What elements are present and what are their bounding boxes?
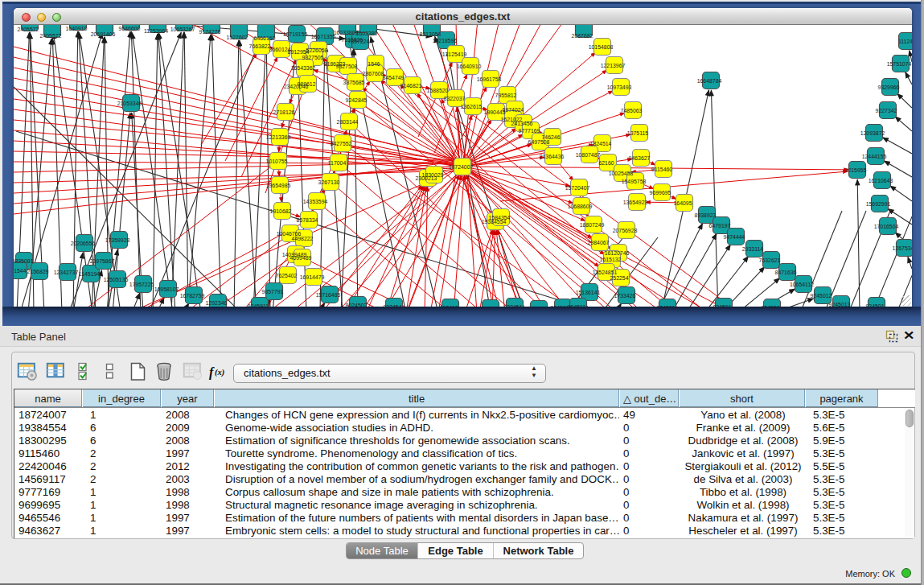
svg-text:9174276: 9174276 bbox=[199, 29, 221, 35]
svg-text:9245911: 9245911 bbox=[248, 303, 269, 307]
svg-text:815210: 815210 bbox=[528, 307, 547, 307]
svg-text:10719155: 10719155 bbox=[283, 31, 308, 37]
svg-text:1375115: 1375115 bbox=[627, 130, 648, 136]
svg-text:765411: 765411 bbox=[480, 306, 499, 307]
svg-text:16640910: 16640910 bbox=[457, 64, 482, 69]
svg-text:989612: 989612 bbox=[298, 81, 316, 87]
svg-text:7625402: 7625402 bbox=[276, 273, 298, 278]
svg-text:8578334: 8578334 bbox=[297, 217, 318, 223]
svg-text:1267534: 1267534 bbox=[893, 245, 912, 251]
svg-text:1640910: 1640910 bbox=[66, 26, 88, 31]
svg-text:9327505: 9327505 bbox=[302, 55, 324, 60]
svg-text:16210643: 16210643 bbox=[869, 178, 893, 183]
svg-text:2405572: 2405572 bbox=[18, 27, 39, 32]
svg-text:8427552: 8427552 bbox=[331, 141, 352, 146]
svg-text:932454: 932454 bbox=[384, 304, 402, 307]
svg-text:2087682: 2087682 bbox=[572, 33, 593, 39]
svg-text:1824514: 1824514 bbox=[590, 141, 612, 146]
svg-text:9857791: 9857791 bbox=[262, 289, 284, 295]
svg-text:1362615: 1362615 bbox=[461, 104, 483, 109]
svg-text:746246: 746246 bbox=[542, 134, 561, 140]
svg-text:11253964: 11253964 bbox=[144, 28, 168, 34]
svg-text:8471636: 8471636 bbox=[775, 270, 797, 275]
svg-text:12213369: 12213369 bbox=[266, 134, 291, 140]
svg-text:9242845: 9242845 bbox=[346, 97, 368, 103]
svg-text:1733426: 1733426 bbox=[614, 293, 636, 299]
svg-text:14353594: 14353594 bbox=[303, 199, 328, 204]
svg-text:19218596: 19218596 bbox=[433, 38, 458, 43]
svg-text:3267130: 3267130 bbox=[318, 179, 340, 185]
svg-text:2413456: 2413456 bbox=[511, 121, 533, 126]
svg-text:16120746: 16120746 bbox=[605, 250, 630, 256]
svg-text:10653267: 10653267 bbox=[170, 27, 195, 32]
svg-text:12213967: 12213967 bbox=[601, 63, 626, 68]
svg-text:7663822: 7663822 bbox=[249, 43, 271, 49]
svg-text:164095: 164095 bbox=[674, 200, 692, 206]
svg-text:f: f bbox=[209, 365, 215, 380]
svg-text:9463627: 9463627 bbox=[629, 155, 651, 161]
svg-text:8454749: 8454749 bbox=[383, 75, 405, 80]
svg-text:10973493: 10973493 bbox=[607, 84, 632, 90]
svg-text:923451: 923451 bbox=[504, 304, 523, 307]
svg-text:3215955: 3215955 bbox=[845, 167, 867, 173]
svg-text:16782759: 16782759 bbox=[180, 293, 205, 299]
svg-text:13125419: 13125419 bbox=[442, 51, 467, 57]
svg-text:117004: 117004 bbox=[328, 160, 347, 166]
svg-text:9474444: 9474444 bbox=[724, 234, 745, 240]
svg-text:7955812: 7955812 bbox=[495, 93, 517, 98]
svg-text:2835081: 2835081 bbox=[14, 258, 34, 264]
svg-text:7857224: 7857224 bbox=[348, 39, 370, 44]
svg-text:6497508: 6497508 bbox=[528, 139, 550, 145]
svg-text:10688609: 10688609 bbox=[568, 204, 593, 209]
svg-text:9699695: 9699695 bbox=[650, 190, 671, 196]
svg-text:17359928: 17359928 bbox=[105, 237, 130, 243]
svg-text:1830029: 1830029 bbox=[422, 172, 444, 178]
svg-text:16914479: 16914479 bbox=[300, 274, 325, 280]
svg-text:10807487: 10807487 bbox=[576, 152, 601, 158]
svg-text:1527602: 1527602 bbox=[227, 35, 248, 40]
svg-text:13524851: 13524851 bbox=[593, 270, 618, 275]
svg-text:12444155: 12444155 bbox=[862, 154, 887, 159]
svg-text:10958107: 10958107 bbox=[154, 286, 179, 292]
svg-text:252254: 252254 bbox=[610, 275, 629, 281]
svg-text:924501: 924501 bbox=[866, 303, 885, 307]
svg-text:924501: 924501 bbox=[762, 305, 780, 307]
svg-text:6466160: 6466160 bbox=[254, 35, 276, 41]
svg-text:824511: 824511 bbox=[568, 304, 586, 307]
svg-text:1145194: 1145194 bbox=[79, 271, 100, 277]
svg-text:15751074: 15751074 bbox=[887, 61, 912, 67]
svg-text:(x): (x) bbox=[215, 368, 224, 377]
svg-text:9327508: 9327508 bbox=[336, 64, 358, 69]
svg-text:19654985: 19654985 bbox=[266, 183, 291, 188]
svg-text:23975867: 23975867 bbox=[90, 258, 115, 264]
svg-text:15716485: 15716485 bbox=[316, 292, 341, 298]
svg-text:1588520: 1588520 bbox=[427, 88, 449, 93]
svg-text:12093872: 12093872 bbox=[860, 130, 885, 136]
svg-text:2867608: 2867608 bbox=[363, 71, 384, 76]
svg-text:16671355: 16671355 bbox=[311, 34, 336, 39]
svg-text:15692991: 15692991 bbox=[866, 201, 891, 207]
svg-text:4498222: 4498222 bbox=[292, 236, 314, 241]
svg-text:8322037: 8322037 bbox=[444, 96, 466, 101]
svg-text:15495758: 15495758 bbox=[622, 179, 647, 184]
svg-text:1584354: 1584354 bbox=[489, 215, 511, 220]
svg-text:21053346: 21053346 bbox=[117, 101, 142, 106]
svg-text:7632621: 7632621 bbox=[759, 257, 781, 263]
svg-text:6974024: 6974024 bbox=[503, 107, 524, 113]
svg-text:9245012: 9245012 bbox=[811, 293, 832, 299]
svg-text:12505135: 12505135 bbox=[104, 277, 129, 282]
svg-text:10025458: 10025458 bbox=[609, 171, 634, 176]
svg-text:9115460: 9115460 bbox=[651, 167, 672, 172]
svg-text:1546: 1546 bbox=[368, 61, 380, 67]
svg-text:7485063: 7485063 bbox=[621, 108, 643, 113]
svg-text:13654923: 13654923 bbox=[623, 200, 648, 205]
svg-text:1615132: 1615132 bbox=[600, 257, 622, 262]
svg-text:18807249: 18807249 bbox=[580, 222, 605, 228]
svg-text:2984067: 2984067 bbox=[588, 240, 610, 245]
svg-text:16033809: 16033809 bbox=[334, 30, 359, 35]
svg-text:17016504: 17016504 bbox=[874, 224, 899, 229]
svg-text:812410: 812410 bbox=[440, 305, 458, 307]
svg-text:824501: 824501 bbox=[713, 304, 732, 307]
svg-text:18724007: 18724007 bbox=[449, 164, 474, 170]
svg-text:4099489: 4099489 bbox=[290, 255, 312, 261]
